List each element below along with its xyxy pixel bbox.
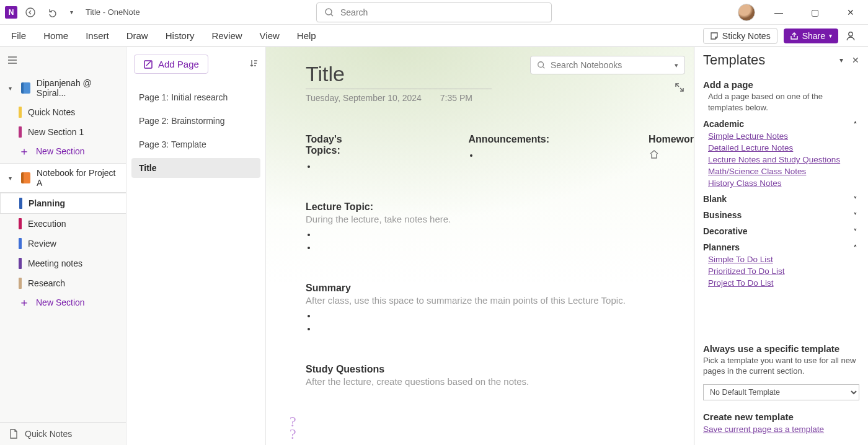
qat-dropdown[interactable]: ▾ xyxy=(66,3,77,22)
section-label: Planning xyxy=(29,198,65,208)
undo-button[interactable] xyxy=(43,3,62,22)
share-button[interactable]: Share ▾ xyxy=(784,29,838,43)
global-search[interactable]: Search xyxy=(316,2,552,22)
notebook-item-personal[interactable]: ▾ Dipanjenah @ Spiral... xyxy=(0,74,126,102)
template-category-decorative[interactable]: Decorative ˅ xyxy=(703,226,859,236)
share-icon xyxy=(790,32,799,40)
add-page-button[interactable]: Add Page xyxy=(134,55,208,74)
chevron-down-icon: ▾ xyxy=(9,85,15,92)
notebook-sidebar: ▾ Dipanjenah @ Spiral... Quick Notes New… xyxy=(0,47,126,445)
template-link[interactable]: Simple To Do List xyxy=(708,255,859,264)
template-link[interactable]: Simple Lecture Notes xyxy=(708,131,859,141)
note-title[interactable]: Title xyxy=(306,62,492,89)
homework-heading: Homewor xyxy=(649,134,694,145)
new-section-button[interactable]: ＋ New Section xyxy=(0,142,126,161)
back-button[interactable] xyxy=(21,3,40,22)
new-section-button-2[interactable]: ＋ New Section xyxy=(0,293,126,312)
quick-notes-footer[interactable]: Quick Notes xyxy=(0,422,126,445)
page-item-2[interactable]: Page 2: Brainstorming xyxy=(131,111,260,131)
ribbon-tab-history[interactable]: History xyxy=(166,30,195,41)
close-button[interactable]: ✕ xyxy=(838,3,863,22)
user-avatar[interactable] xyxy=(738,4,755,21)
category-label: Business xyxy=(703,210,742,220)
section-label: Quick Notes xyxy=(28,107,75,117)
ribbon-tab-review[interactable]: Review xyxy=(211,30,242,41)
ribbon-tab-help[interactable]: Help xyxy=(297,30,316,41)
ribbon-tab-file[interactable]: File xyxy=(11,30,26,41)
search-icon xyxy=(324,7,334,17)
list-item[interactable] xyxy=(317,322,694,335)
section-research[interactable]: Research xyxy=(0,273,126,293)
section-color-icon xyxy=(19,278,22,289)
template-link[interactable]: Project To Do List xyxy=(708,278,859,288)
category-label: Planners xyxy=(703,242,740,252)
section-label: New Section 1 xyxy=(28,127,84,137)
minimize-button[interactable]: — xyxy=(766,3,791,22)
notebook-icon xyxy=(21,172,30,183)
page-item-1[interactable]: Page 1: Initial research xyxy=(131,87,260,107)
topics-heading: Today's Topics: xyxy=(306,134,369,156)
notebook-icon xyxy=(21,82,30,94)
section-label: Meeting notes xyxy=(28,258,82,268)
lecture-subtext: During the lecture, take notes here. xyxy=(306,214,694,224)
sort-pages-button[interactable] xyxy=(249,59,258,69)
ribbon-tab-insert[interactable]: Insert xyxy=(86,30,109,41)
category-label: Blank xyxy=(703,194,727,204)
ribbon-tab-view[interactable]: View xyxy=(260,30,280,41)
sticky-notes-button[interactable]: Sticky Notes xyxy=(703,28,777,44)
always-template-description: Pick a template you want to use for all … xyxy=(703,355,859,377)
account-icon[interactable] xyxy=(844,30,857,42)
ribbon-tab-home[interactable]: Home xyxy=(43,30,68,41)
page-list-panel: Add Page Page 1: Initial research Page 2… xyxy=(126,47,266,445)
svg-point-1 xyxy=(326,9,332,15)
list-item[interactable] xyxy=(317,309,694,322)
chevron-down-icon: ˅ xyxy=(854,228,857,235)
chevron-down-icon: ▾ xyxy=(829,32,832,39)
section-color-icon xyxy=(19,258,22,269)
note-canvas[interactable]: Search Notebooks ▾ Title Tuesday, Septem… xyxy=(266,47,694,445)
add-page-label: Add Page xyxy=(158,59,199,69)
always-template-heading: Always use a specific template xyxy=(703,343,859,354)
section-review[interactable]: Review xyxy=(0,234,126,253)
save-template-link[interactable]: Save current page as a template xyxy=(703,425,859,434)
section-color-icon xyxy=(19,218,22,229)
notebook-item-project-a[interactable]: ▾ Notebook for Project A xyxy=(0,163,126,193)
template-link[interactable]: Prioritized To Do List xyxy=(708,267,859,276)
section-new-section-1[interactable]: New Section 1 xyxy=(0,122,126,142)
page-item-4[interactable]: Title xyxy=(131,158,260,178)
sidebar-collapse-button[interactable] xyxy=(0,52,126,70)
list-item[interactable] xyxy=(479,149,549,162)
template-link[interactable]: History Class Notes xyxy=(708,178,859,188)
maximize-button[interactable]: ▢ xyxy=(802,3,827,22)
section-quick-notes[interactable]: Quick Notes xyxy=(0,102,126,122)
list-item[interactable] xyxy=(317,228,694,241)
default-template-select[interactable]: No Default Template xyxy=(703,384,859,400)
template-category-blank[interactable]: Blank ˅ xyxy=(703,194,859,204)
ribbon-tab-draw[interactable]: Draw xyxy=(126,30,148,41)
template-category-academic[interactable]: Academic ˄ xyxy=(703,119,859,129)
list-item[interactable] xyxy=(317,241,694,254)
panel-dropdown-button[interactable]: ▾ xyxy=(839,56,843,64)
template-category-business[interactable]: Business ˅ xyxy=(703,210,859,220)
quick-notes-label: Quick Notes xyxy=(25,429,72,439)
template-link[interactable]: Detailed Lecture Notes xyxy=(708,143,859,152)
section-meeting-notes[interactable]: Meeting notes xyxy=(0,253,126,273)
template-link[interactable]: Lecture Notes and Study Questions xyxy=(708,155,859,164)
page-item-3[interactable]: Page 3: Template xyxy=(131,134,260,154)
global-search-placeholder: Search xyxy=(340,7,368,17)
summary-heading: Summary xyxy=(306,283,694,294)
summary-subtext: After class, use this space to summarize… xyxy=(306,295,694,306)
template-link[interactable]: Math/Science Class Notes xyxy=(708,167,859,176)
section-execution[interactable]: Execution xyxy=(0,214,126,234)
category-label: Academic xyxy=(703,119,744,129)
list-item[interactable] xyxy=(317,160,369,173)
section-color-icon xyxy=(19,198,22,209)
template-category-planners[interactable]: Planners ˄ xyxy=(703,242,859,252)
panel-close-button[interactable]: ✕ xyxy=(852,55,859,65)
svg-point-0 xyxy=(26,8,35,17)
add-page-heading: Add a page xyxy=(703,79,859,90)
section-planning[interactable]: Planning xyxy=(0,193,126,214)
new-section-label: New Section xyxy=(36,297,85,307)
page-icon xyxy=(9,429,19,439)
note-date: Tuesday, September 10, 2024 xyxy=(306,93,422,103)
